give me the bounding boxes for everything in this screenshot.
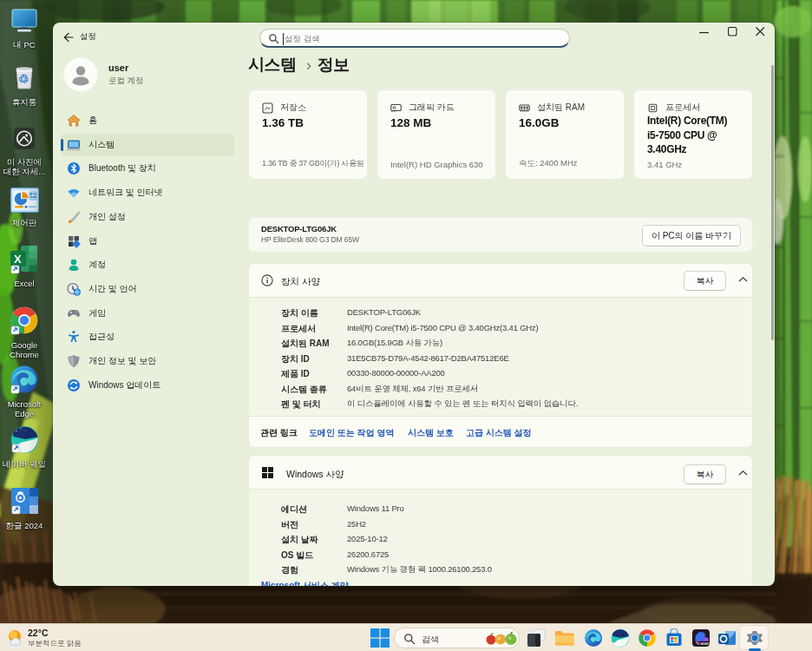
svg-text:M365: M365: [700, 641, 710, 646]
svg-text:♲: ♲: [18, 72, 29, 86]
svg-text:X: X: [14, 253, 22, 266]
